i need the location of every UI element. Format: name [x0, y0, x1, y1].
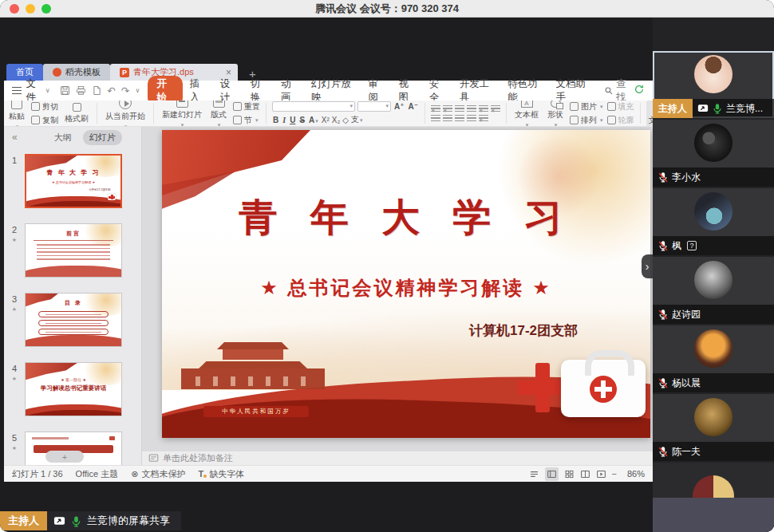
tab-slides[interactable]: 幻灯片	[83, 130, 122, 145]
zoom-level[interactable]: 86%	[627, 469, 645, 479]
slideshow-view-button[interactable]	[596, 469, 606, 479]
align-left-icon[interactable]	[431, 115, 440, 122]
text-box-button[interactable]: A 文本框	[512, 100, 541, 127]
cut-button[interactable]: 剪切	[31, 101, 58, 112]
grow-font-button[interactable]: A⁺	[393, 102, 405, 111]
new-slide-icon	[176, 100, 188, 108]
slide-number: 3	[12, 294, 17, 304]
paste-button[interactable]: 粘贴	[6, 100, 27, 127]
layout-button[interactable]: 版式	[208, 100, 229, 127]
preview-button[interactable]	[92, 85, 102, 96]
slide-thumbnail-1[interactable]: 青 年 大 学 习 ★ 总书记会议精神学习解读 ★ 计算机17-2团支部	[25, 154, 122, 208]
zoom-window-button[interactable]	[41, 4, 51, 14]
save-button[interactable]	[60, 85, 70, 96]
print-button[interactable]	[76, 85, 86, 96]
missing-font-status[interactable]: T 缺失字体	[198, 468, 244, 480]
italic-button[interactable]: I	[282, 116, 286, 124]
slide-sorter-view-button[interactable]	[564, 469, 575, 479]
section-button[interactable]: 节	[233, 115, 260, 126]
participant-tile[interactable]: 枫 ?	[653, 188, 774, 255]
reset-button[interactable]: 重置	[233, 101, 260, 112]
bold-button[interactable]: B	[272, 116, 279, 124]
numbering-icon[interactable]	[443, 105, 452, 112]
slide-thumbnail-4[interactable]: ★ 第一部分 ★ 学习解读总书记重要讲话	[25, 362, 122, 416]
copy-label: 复制	[42, 115, 58, 126]
slide-thumbnail-3[interactable]: 目 录	[25, 293, 122, 347]
new-slide-button[interactable]: 新建幻灯片	[160, 100, 204, 127]
columns-icon[interactable]	[479, 105, 488, 112]
text-tool-button[interactable]: 支	[351, 114, 363, 125]
participant-tile[interactable]: 李小水	[653, 120, 774, 187]
doc-assistant-button[interactable]: 文档助手	[646, 100, 653, 127]
red-cross-art	[518, 363, 567, 412]
indent-icon[interactable]	[467, 105, 476, 112]
shape-button[interactable]: 形状	[545, 100, 566, 127]
reset-icon	[233, 102, 242, 111]
minimize-window-button[interactable]	[26, 4, 35, 14]
arrange-button[interactable]: 排列	[570, 115, 603, 126]
slide-canvas[interactable]: 青 年 大 学 习 ★ 总书记会议精神学习解读 ★ 计算机17-2团支部 中华人…	[162, 130, 650, 438]
mic-muted-icon	[658, 446, 669, 457]
strikethrough-button[interactable]: S	[298, 116, 306, 124]
reading-view-button[interactable]	[580, 469, 590, 479]
tab-outline[interactable]: 大纲	[48, 130, 78, 145]
docer-flame-icon	[53, 68, 61, 77]
bullets-icon[interactable]	[431, 105, 440, 112]
protection-status[interactable]: ⊗ 文档未保护	[131, 468, 185, 480]
notes-bar[interactable]: 单击此处添加备注	[142, 451, 653, 465]
align-right-icon[interactable]	[455, 115, 464, 122]
section-label: 节	[244, 115, 252, 126]
slide-thumb-row-3: 3★ 目 录	[4, 293, 122, 347]
play-from-current-button[interactable]: 从当前开始	[103, 100, 148, 127]
outline-icon	[607, 116, 616, 124]
thumb-toc-items	[26, 311, 121, 337]
text-direction-icon[interactable]	[491, 105, 500, 112]
add-slide-button[interactable]: +	[45, 451, 84, 463]
hamburger-icon[interactable]	[12, 87, 22, 94]
theme-name[interactable]: Office 主题	[76, 468, 119, 480]
participant-tile[interactable]: 赵诗园	[653, 257, 774, 324]
outdent-icon[interactable]	[455, 105, 464, 112]
outline-button[interactable]: 轮廓	[607, 115, 634, 126]
notes-view-toggle[interactable]	[529, 469, 539, 479]
sync-icon[interactable]	[634, 84, 645, 97]
meeting-window: 腾讯会议 会议号：970 320 374 首页 稻壳模板 P 青年大学习.dps…	[0, 0, 774, 532]
format-painter-button[interactable]: 格式刷	[62, 102, 91, 125]
underline-button[interactable]: U	[289, 116, 296, 124]
missing-font-icon: T	[198, 469, 206, 479]
slide-thumbnail-2[interactable]: 前言	[25, 223, 122, 278]
status-bar: 幻灯片 1 / 36 Office 主题 ⊗ 文档未保护 T 缺失字体 − 86…	[4, 465, 653, 482]
collapse-panel-icon[interactable]: «	[12, 132, 18, 143]
shrink-font-button[interactable]: A⁻	[408, 102, 420, 111]
line-spacing-icon[interactable]	[479, 115, 488, 122]
participant-tile-partial[interactable]	[653, 463, 774, 532]
host-badge: 主持人	[653, 99, 693, 118]
font-color-button[interactable]: A	[308, 116, 319, 124]
picture-button[interactable]: 图片	[570, 101, 603, 112]
font-name-select[interactable]	[272, 101, 355, 112]
participant-tile[interactable]: 杨以晨	[653, 325, 774, 392]
zoom-out-button[interactable]: −	[612, 469, 617, 479]
slide-thumb-row-2: 2★ 前言	[4, 223, 122, 278]
justify-icon[interactable]	[467, 115, 476, 122]
align-center-icon[interactable]	[443, 115, 452, 122]
participant-tile-host[interactable]: 主持人 兰竞博...	[653, 51, 774, 118]
superscript-button[interactable]: X²	[322, 116, 330, 124]
participant-tile[interactable]: 陈一夫	[653, 394, 774, 461]
slide-number: 4	[12, 364, 17, 373]
next-slide-arrow[interactable]: ›	[642, 254, 653, 278]
new-slide-label: 新建幻灯片	[162, 109, 202, 120]
tab-docer[interactable]: 稻壳模板	[43, 64, 110, 81]
subscript-button[interactable]: X₂	[332, 116, 341, 124]
close-window-button[interactable]	[10, 4, 19, 14]
fill-button[interactable]: 填充	[607, 101, 634, 112]
clear-format-button[interactable]: ◇	[342, 116, 349, 124]
slide-thumb-row-1: 1 青 年 大 学 习 ★ 总书记会议精神学习解读 ★ 计算机17-2团支部	[4, 154, 122, 208]
copy-button[interactable]: 复制	[31, 115, 58, 126]
undo-button[interactable]: ↶	[108, 85, 116, 97]
font-size-select[interactable]	[357, 101, 391, 112]
redo-button[interactable]: ↷	[121, 85, 129, 97]
quickbar-caret-icon[interactable]: ∨	[135, 87, 140, 94]
normal-view-button[interactable]	[545, 467, 559, 481]
font-group: A⁺ A⁻ B I U S A X² X₂ ◇ 支	[270, 101, 421, 125]
